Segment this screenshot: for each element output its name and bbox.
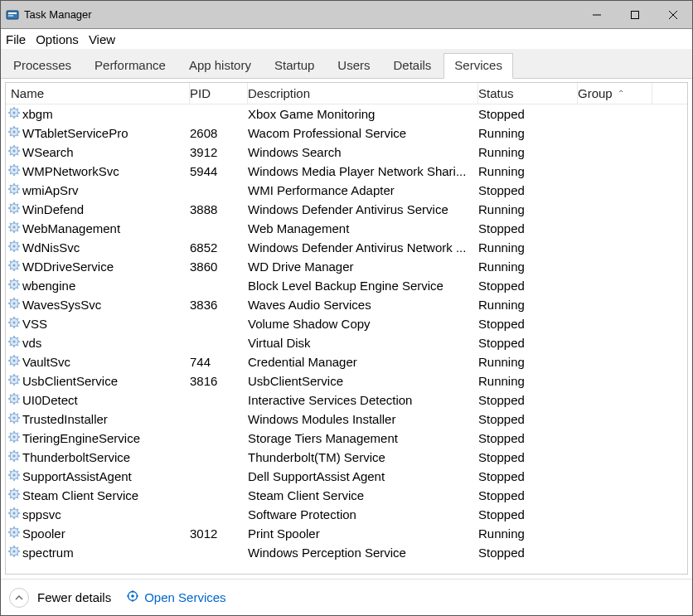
fewer-details-button[interactable]: Fewer details bbox=[9, 588, 111, 608]
tab-processes[interactable]: Processes bbox=[2, 53, 82, 78]
service-gear-icon bbox=[7, 240, 21, 255]
service-description-cell: Dell SupportAssist Agent bbox=[248, 469, 478, 483]
table-row[interactable]: UI0DetectInteractive Services DetectionS… bbox=[6, 390, 687, 410]
table-row[interactable]: xbgmXbox Game MonitoringStopped bbox=[6, 104, 687, 124]
svg-line-226 bbox=[17, 509, 19, 511]
table-row[interactable]: TieringEngineServiceStorage Tiers Manage… bbox=[6, 429, 687, 448]
window-controls bbox=[578, 1, 692, 29]
tab-startup[interactable]: Startup bbox=[264, 53, 325, 78]
maximize-button[interactable] bbox=[616, 1, 654, 29]
table-row[interactable]: WMPNetworkSvc5944Windows Media Player Ne… bbox=[6, 162, 687, 181]
collapse-arrow-icon bbox=[9, 588, 29, 608]
svg-line-195 bbox=[10, 459, 12, 461]
table-row[interactable]: TrustedInstallerWindows Modules Installe… bbox=[6, 410, 687, 429]
table-row[interactable]: WinDefend3888Windows Defender Antivirus … bbox=[6, 200, 687, 219]
column-header-pid[interactable]: PID bbox=[190, 83, 248, 104]
svg-line-104 bbox=[17, 288, 19, 289]
column-header-name[interactable]: Name bbox=[6, 83, 190, 104]
service-gear-icon bbox=[7, 106, 21, 122]
open-services-link[interactable]: Open Services bbox=[126, 589, 225, 605]
svg-line-105 bbox=[10, 288, 12, 289]
table-row[interactable]: WavesSysSvc3836Waves Audio ServicesRunni… bbox=[6, 295, 687, 314]
table-row[interactable]: ThunderboltServiceThunderbolt(TM) Servic… bbox=[6, 448, 687, 467]
svg-line-136 bbox=[17, 337, 19, 339]
svg-line-16 bbox=[17, 109, 19, 110]
svg-line-163 bbox=[10, 395, 12, 396]
service-status-cell: Running bbox=[478, 240, 578, 255]
service-name-cell: TrustedInstaller bbox=[22, 412, 108, 426]
service-pid-cell: 5944 bbox=[190, 164, 248, 178]
svg-line-126 bbox=[17, 318, 19, 320]
table-row[interactable]: WSearch3912Windows SearchRunning bbox=[6, 143, 687, 162]
service-name-cell: VSS bbox=[22, 317, 47, 331]
table-row[interactable]: sppsvcSoftware ProtectionStopped bbox=[6, 505, 687, 524]
grid-body[interactable]: xbgmXbox Game MonitoringStoppedWTabletSe… bbox=[6, 104, 687, 574]
column-header-group[interactable]: Group ⌃ bbox=[578, 83, 652, 104]
table-row[interactable]: WdNisSvc6852Windows Defender Antivirus N… bbox=[6, 238, 687, 257]
service-description-cell: WMI Performance Adapter bbox=[248, 183, 478, 197]
svg-line-153 bbox=[10, 376, 12, 377]
titlebar[interactable]: Task Manager bbox=[1, 1, 692, 29]
table-row[interactable]: Spooler3012Print SpoolerRunning bbox=[6, 524, 687, 543]
svg-line-124 bbox=[17, 326, 19, 327]
table-row[interactable]: Steam Client ServiceSteam Client Service… bbox=[6, 486, 687, 505]
service-status-cell: Running bbox=[478, 526, 578, 541]
service-name-cell: WDDriveService bbox=[22, 259, 114, 274]
table-row[interactable]: wmiApSrvWMI Performance AdapterStopped bbox=[6, 181, 687, 200]
table-row[interactable]: VaultSvc744Credential ManagerRunning bbox=[6, 352, 687, 371]
close-icon bbox=[669, 11, 677, 19]
svg-line-15 bbox=[10, 116, 12, 118]
minimize-button[interactable] bbox=[578, 1, 616, 29]
service-gear-icon bbox=[7, 182, 21, 198]
tab-users[interactable]: Users bbox=[327, 53, 380, 78]
service-gear-icon bbox=[7, 449, 21, 465]
svg-line-235 bbox=[10, 536, 12, 537]
service-status-cell: Stopped bbox=[478, 431, 578, 445]
svg-line-234 bbox=[17, 536, 19, 537]
service-name-cell: VaultSvc bbox=[22, 355, 70, 369]
grid-header: Name PID Description Status Group ⌃ bbox=[6, 83, 687, 104]
service-name-cell: TieringEngineService bbox=[22, 431, 140, 445]
table-row[interactable]: vdsVirtual DiskStopped bbox=[6, 333, 687, 352]
table-row[interactable]: SupportAssistAgentDell SupportAssist Age… bbox=[6, 467, 687, 486]
service-status-cell: Stopped bbox=[478, 393, 578, 407]
column-header-description[interactable]: Description bbox=[248, 83, 478, 104]
table-row[interactable]: VSSVolume Shadow CopyStopped bbox=[6, 314, 687, 333]
table-row[interactable]: WDDriveService3860WD Drive ManagerRunnin… bbox=[6, 257, 687, 276]
service-name-cell: WTabletServicePro bbox=[22, 126, 128, 140]
close-button[interactable] bbox=[654, 1, 692, 29]
svg-line-56 bbox=[17, 185, 19, 187]
service-description-cell: Wacom Professional Service bbox=[248, 126, 478, 140]
tab-details[interactable]: Details bbox=[383, 53, 443, 78]
svg-line-53 bbox=[10, 185, 12, 187]
svg-line-185 bbox=[10, 440, 12, 442]
table-row[interactable]: spectrumWindows Perception ServiceStoppe… bbox=[6, 543, 687, 562]
service-name-cell: wmiApSrv bbox=[22, 183, 79, 197]
service-status-cell: Running bbox=[478, 126, 578, 140]
service-gear-icon bbox=[7, 468, 21, 484]
service-gear-icon bbox=[7, 163, 21, 179]
column-header-status[interactable]: Status bbox=[478, 83, 578, 104]
tab-services[interactable]: Services bbox=[443, 53, 513, 79]
menu-options[interactable]: Options bbox=[36, 32, 79, 46]
tab-performance[interactable]: Performance bbox=[84, 53, 177, 78]
svg-line-215 bbox=[10, 497, 12, 499]
table-row[interactable]: wbengineBlock Level Backup Engine Servic… bbox=[6, 276, 687, 295]
table-row[interactable]: WTabletServicePro2608Wacom Professional … bbox=[6, 124, 687, 143]
service-gear-icon bbox=[7, 278, 21, 293]
svg-line-186 bbox=[17, 433, 19, 434]
table-row[interactable]: UsbClientService3816UsbClientServiceRunn… bbox=[6, 371, 687, 390]
service-name-cell: sppsvc bbox=[22, 507, 61, 521]
menu-file[interactable]: File bbox=[6, 32, 26, 46]
titlebar-left: Task Manager bbox=[1, 8, 92, 22]
svg-line-143 bbox=[10, 357, 12, 358]
menu-view[interactable]: View bbox=[89, 32, 115, 46]
service-name-cell: UI0Detect bbox=[22, 393, 78, 407]
svg-point-138 bbox=[13, 360, 16, 362]
tab-app-history[interactable]: App history bbox=[178, 53, 262, 78]
svg-line-95 bbox=[10, 269, 12, 270]
service-description-cell: Windows Defender Antivirus Network ... bbox=[248, 240, 478, 255]
service-gear-icon bbox=[7, 221, 21, 236]
svg-rect-2 bbox=[8, 15, 13, 17]
table-row[interactable]: WebManagementWeb ManagementStopped bbox=[6, 219, 687, 238]
